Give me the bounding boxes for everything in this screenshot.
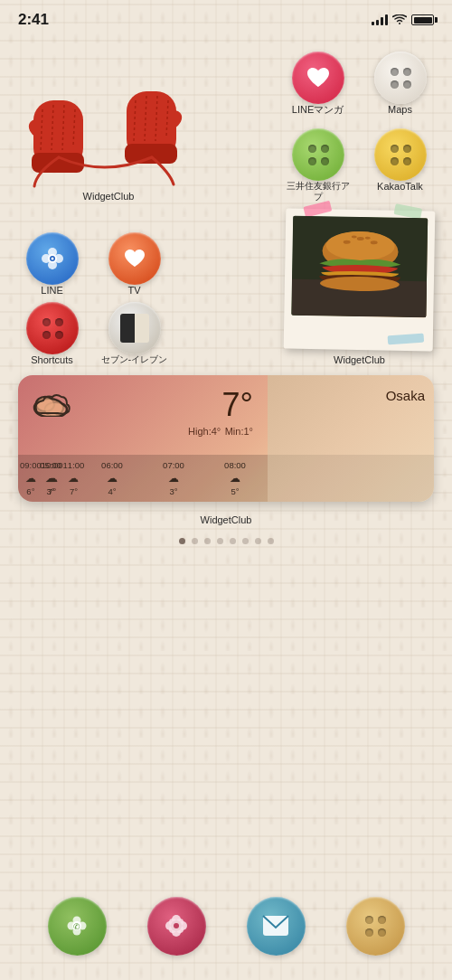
weather-city: Osaka — [277, 388, 425, 403]
app-smbc[interactable]: 三井住友銀行アプ — [284, 128, 352, 203]
svg-point-20 — [51, 257, 53, 259]
svg-point-36 — [37, 398, 53, 410]
hour-4-temp: 6° — [26, 486, 34, 496]
mittens-image — [18, 60, 199, 191]
dock-music[interactable] — [346, 897, 405, 956]
weather-min: Min:1° — [225, 426, 253, 437]
weather-hourly-right: 09:00 ☁ 6° 10:00 ☁ 7° 11:00 ☁ 7° — [18, 455, 434, 502]
dot-2 — [204, 538, 211, 544]
line-manga-icon[interactable] — [292, 52, 344, 104]
dock-music-icon[interactable] — [346, 897, 405, 956]
dot-5 — [242, 538, 249, 544]
weather-temp: 7° — [222, 386, 253, 424]
hour-6-temp: 7° — [70, 486, 78, 496]
dock-phone[interactable]: ✆ — [48, 897, 107, 956]
page-dots — [18, 538, 434, 544]
polaroid-photo — [291, 216, 428, 318]
shortcuts-label: Shortcuts — [31, 354, 72, 366]
line-manga-label: LINEマンガ — [292, 104, 344, 116]
photo-widget-label: WidgetClub — [285, 354, 434, 366]
polaroid-frame — [284, 209, 436, 352]
line-icon[interactable] — [26, 232, 79, 285]
status-bar: 2:41 — [0, 0, 452, 40]
photo-widget: WidgetClub — [285, 210, 434, 366]
kakao-icon[interactable] — [374, 128, 427, 181]
shortcuts-icon[interactable] — [26, 302, 79, 354]
dock: ✆ — [0, 890, 452, 980]
battery-icon — [411, 14, 434, 25]
app-area: WidgetClub LINEマンガ — [0, 40, 452, 890]
row2: LINE TV — [18, 210, 434, 366]
dot-0 — [179, 538, 185, 544]
line-label: LINE — [41, 285, 62, 297]
dock-messages-icon[interactable] — [247, 897, 306, 956]
weather-right: Osaka 09:00 ☁ 6° 10:00 ☁ 7° 11:00 ☁ 7° — [268, 375, 434, 502]
app-tv[interactable]: TV — [100, 232, 168, 297]
dock-facetime[interactable] — [147, 897, 206, 956]
dock-facetime-icon[interactable] — [147, 897, 206, 956]
app-kakao[interactable]: KakaoTalk — [366, 128, 434, 203]
app-seven-eleven[interactable]: セブン-イレブン — [100, 302, 168, 366]
row1-apps-bot: 三井住友銀行アプ KakaoTalk — [284, 128, 434, 203]
svg-rect-2 — [125, 144, 177, 164]
weather-widget[interactable]: 7° High:4° Min:1° 05:00 ☁ 3° 06:00 ☁ 4° — [18, 375, 434, 502]
app-shortcuts[interactable]: Shortcuts — [18, 302, 86, 366]
row1-apps-top: LINEマンガ Maps — [284, 52, 434, 116]
signal-icon — [372, 14, 388, 25]
tape-left — [303, 201, 332, 218]
dot-3 — [217, 538, 223, 544]
status-time: 2:41 — [18, 11, 49, 29]
smbc-icon[interactable] — [292, 128, 344, 181]
tv-icon[interactable] — [108, 232, 161, 285]
app-line-manga[interactable]: LINEマンガ — [284, 52, 352, 116]
status-icons — [372, 14, 434, 25]
dock-phone-icon[interactable]: ✆ — [48, 897, 107, 956]
kakao-label: KakaoTalk — [377, 181, 423, 193]
row3-apps: Shortcuts セブン-イレブン — [18, 302, 168, 366]
mittens-widget-label: WidgetClub — [18, 191, 199, 203]
maps-icon[interactable] — [374, 52, 427, 104]
dot-4 — [230, 538, 236, 544]
app-maps[interactable]: Maps — [366, 52, 434, 116]
hour-6-time: 11:00 — [63, 460, 85, 470]
app-line[interactable]: LINE — [18, 232, 86, 297]
svg-point-52 — [174, 923, 179, 928]
row1-right-apps: LINEマンガ Maps — [284, 52, 434, 203]
weather-highmin: High:4° Min:1° — [188, 422, 253, 438]
dot-7 — [268, 538, 274, 544]
dock-messages[interactable] — [247, 897, 306, 956]
weather-cloud-icon — [31, 388, 71, 420]
hour-5-temp: 7° — [48, 486, 56, 496]
row1: WidgetClub LINEマンガ — [18, 49, 434, 203]
tv-label: TV — [127, 285, 140, 297]
seven-eleven-label: セブン-イレブン — [101, 354, 167, 365]
tape-bottom — [388, 334, 425, 345]
smbc-label: 三井住友銀行アプ — [284, 181, 352, 203]
dot-1 — [192, 538, 198, 544]
left-apps: LINE TV — [18, 232, 168, 366]
mittens-widget: WidgetClub — [18, 60, 199, 203]
dot-6 — [255, 538, 261, 544]
hour-4-time: 09:00 — [20, 460, 42, 470]
wifi-icon — [392, 14, 407, 25]
weather-high: High:4° — [188, 426, 221, 437]
svg-text:✆: ✆ — [73, 922, 80, 931]
hour-5-time: 10:00 — [42, 460, 63, 470]
weather-widget-label: WidgetClub — [201, 514, 252, 525]
seven-eleven-icon[interactable] — [108, 302, 161, 354]
maps-label: Maps — [388, 104, 412, 116]
row2-apps-top: LINE TV — [18, 232, 168, 297]
